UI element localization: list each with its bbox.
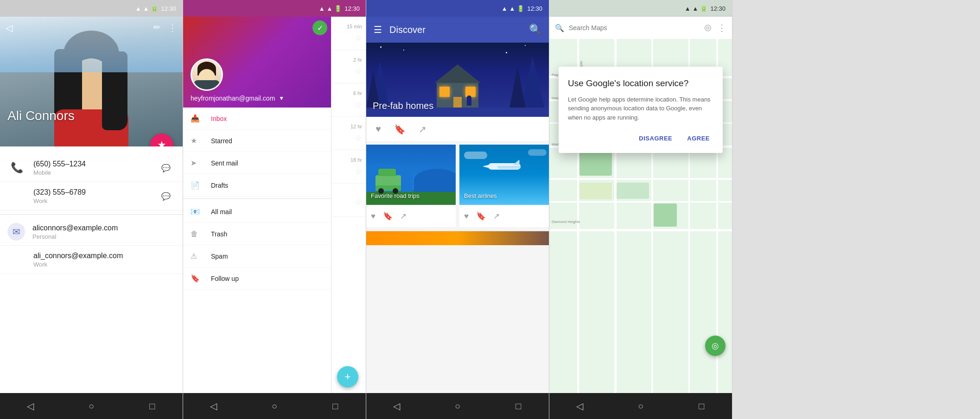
nav-home-3[interactable]: ○ (446, 394, 469, 418)
contact-item-phone2: (323) 555–6789 Work 💬 (0, 182, 183, 210)
bottom-nav-4: ◁ ○ □ (549, 393, 732, 419)
more-icon[interactable]: ⋮ (168, 22, 177, 33)
dialog-actions: DISAGREE AGREE (568, 131, 713, 146)
email-star-1[interactable]: ☆ (355, 33, 362, 43)
wifi-icon-1: ▲ (143, 5, 149, 12)
roadtrips-bookmark[interactable]: 🔖 (383, 211, 393, 221)
airlines-share[interactable]: ↗ (493, 211, 500, 221)
my-location-fab[interactable]: ◎ (705, 336, 725, 356)
phone-icon-1: 📞 (7, 159, 26, 177)
email-star-2[interactable]: ☆ (355, 66, 362, 76)
airlines-label: Best airlines (464, 192, 497, 200)
menu-item-sent[interactable]: ➤ Sent mail (183, 152, 331, 174)
maps-search-input[interactable] (569, 24, 704, 32)
nav-back-1[interactable]: ◁ (19, 394, 42, 418)
location-dialog: Use Google's location service? Let Googl… (559, 67, 723, 153)
back-button[interactable]: ◁ (6, 22, 13, 33)
email-row-2: 2 hr ☆ (331, 50, 366, 83)
airlines-img: Best airlines (459, 145, 549, 205)
roadtrips-heart[interactable]: ♥ (371, 212, 375, 221)
agree-button[interactable]: AGREE (683, 131, 713, 146)
gmail-check-icon: ✓ (312, 20, 327, 35)
disagree-button[interactable]: DISAGREE (635, 131, 676, 146)
menu-item-starred[interactable]: ★ Starred (183, 130, 331, 152)
nav-square-1[interactable]: □ (140, 394, 164, 418)
nav-square-3[interactable]: □ (507, 394, 530, 418)
discover-card-prefab: Pre-fab homes ♥ 🔖 ↗ (366, 43, 549, 141)
contact-list: 📞 (650) 555–1234 Mobile 💬 (323) 555–6789… (0, 146, 183, 393)
message-btn-1[interactable]: 💬 (157, 159, 175, 177)
menu-item-allmail[interactable]: 📧 All mail (183, 201, 331, 223)
spam-icon: ⚠ (191, 252, 204, 260)
menu-icon-discover[interactable]: ☰ (374, 24, 382, 35)
roadtrips-actions: ♥ 🔖 ↗ (366, 205, 456, 227)
prefab-share[interactable]: ↗ (419, 124, 426, 135)
nav-home-4[interactable]: ○ (629, 394, 652, 418)
message-btn-2[interactable]: 💬 (157, 187, 175, 205)
email2-sublabel: Work (33, 261, 175, 268)
battery-2: 🔋 (334, 5, 342, 12)
drafts-label: Drafts (211, 182, 228, 189)
email-icon-2 (7, 250, 26, 269)
nav-back-3[interactable]: ◁ (385, 394, 408, 418)
email-star-3[interactable]: ☆ (355, 100, 362, 110)
time-4: 12:30 (710, 5, 725, 12)
inbox-label: Inbox (211, 115, 227, 122)
airlines-actions: ♥ 🔖 ↗ (459, 205, 549, 227)
contact-hero: ◁ ✏ ⋮ Ali Connors ★ (0, 17, 183, 146)
airlines-heart[interactable]: ♥ (464, 212, 469, 221)
email-row-5: 18 hr ☆ (331, 150, 366, 184)
location-dot-icon[interactable]: ◎ (704, 22, 712, 33)
battery-3: 🔋 (517, 5, 524, 12)
airlines-bookmark[interactable]: 🔖 (476, 211, 486, 221)
nav-home-1[interactable]: ○ (80, 394, 103, 418)
nav-back-4[interactable]: ◁ (568, 394, 592, 418)
roadtrips-share[interactable]: ↗ (400, 211, 407, 221)
search-icon-discover[interactable]: 🔍 (529, 24, 541, 36)
menu-item-followup[interactable]: 🔖 Follow up (183, 267, 331, 290)
prefab-img: Pre-fab homes (366, 43, 549, 117)
sent-icon: ➤ (191, 159, 204, 167)
sent-label: Sent mail (211, 159, 238, 167)
nav-square-4[interactable]: □ (690, 394, 713, 418)
email-star-5[interactable]: ☆ (355, 166, 362, 177)
menu-item-spam[interactable]: ⚠ Spam (183, 245, 331, 267)
status-icons-2: ▲ ▲ 🔋 (319, 5, 342, 12)
prefab-heart[interactable]: ♥ (375, 124, 381, 134)
starred-icon: ★ (191, 136, 204, 145)
menu-item-trash[interactable]: 🗑 Trash (183, 223, 331, 245)
status-bar-2: ▲ ▲ 🔋 12:30 (183, 0, 366, 17)
discover-card-partial (366, 231, 549, 245)
phone-discover: ▲ ▲ 🔋 12:30 ☰ Discover 🔍 (366, 0, 549, 419)
wifi-4: ▲ (693, 5, 699, 12)
followup-label: Follow up (211, 275, 239, 282)
email-star-6[interactable]: ☆ (355, 197, 362, 207)
email-star-4[interactable]: ☆ (355, 133, 362, 143)
status-icons-4: ▲ ▲ 🔋 (685, 5, 708, 12)
discover-title: Discover (389, 25, 529, 35)
nav-square-2[interactable]: □ (324, 394, 347, 418)
maps-search-icons: ◎ ⋮ (704, 22, 726, 33)
phone-contacts: ▲ ▲ 🔋 12:30 ◁ ✏ ⋮ (0, 0, 183, 419)
maps-area[interactable]: Page St Haight St Market St Diamond Heig… (549, 39, 732, 393)
menu-item-drafts[interactable]: 📄 Drafts (183, 174, 331, 197)
dropdown-arrow[interactable]: ▼ (279, 95, 284, 102)
menu-item-inbox[interactable]: 📥 Inbox (183, 108, 331, 130)
drafts-icon: 📄 (191, 181, 204, 190)
email-row-1: 15 min ☆ (331, 17, 366, 50)
phone1-value: (650) 555–1234 (33, 160, 157, 168)
compose-fab[interactable]: + (337, 366, 358, 387)
more-icon-maps[interactable]: ⋮ (717, 22, 726, 33)
followup-icon: 🔖 (191, 274, 204, 283)
status-icons-1: ▲ ▲ 🔋 (135, 5, 159, 12)
email-row-3: 6 hr ☆ (331, 83, 366, 117)
status-icons-3: ▲ ▲ 🔋 (502, 5, 525, 12)
edit-icon[interactable]: ✏ (153, 22, 160, 33)
prefab-bookmark[interactable]: 🔖 (394, 124, 406, 135)
nav-home-2[interactable]: ○ (263, 394, 286, 418)
trash-label: Trash (211, 230, 227, 238)
gmail-email: heyfromjonathan@gmail.com (191, 95, 275, 102)
phone-gmail: ▲ ▲ 🔋 12:30 (183, 0, 366, 419)
nav-back-2[interactable]: ◁ (202, 394, 225, 418)
gmail-email-row[interactable]: heyfromjonathan@gmail.com ▼ (183, 91, 331, 108)
